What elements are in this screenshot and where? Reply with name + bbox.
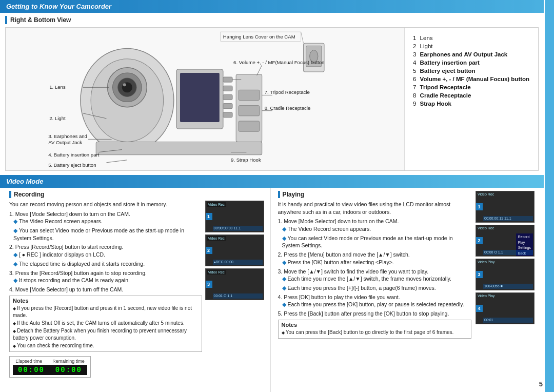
svg-rect-22 — [239, 106, 259, 116]
rec-screen-num-1: 1 — [205, 213, 212, 220]
svg-text:4. Battery insertion part: 4. Battery insertion part — [48, 152, 100, 158]
svg-text:5. Battery eject button: 5. Battery eject button — [48, 162, 96, 168]
play-screen-1: 1 Video Rec 00:00:00:11 11.1 — [476, 191, 535, 223]
play-step-1-sub-2: ◆You can select Video mode or Previous m… — [282, 234, 472, 249]
rec-screen-1: 1 Video Rec 00:00:00:00 11.1 — [205, 201, 264, 232]
part-4: 4 Battery insertion part — [413, 60, 530, 66]
play-screen-label-1: Video Rec — [478, 192, 494, 196]
recording-col-title: Recording — [9, 191, 266, 198]
svg-rect-24 — [96, 142, 262, 154]
play-screen-label-3: Video Play — [478, 260, 494, 264]
rec-step-3: 3. Press the [Record/Stop] button again … — [9, 269, 202, 284]
play-screen-2: 2 Video Rec RecordPlaySettingsBack 00:00… — [476, 225, 535, 257]
main-content: Getting to Know Your Camcorder Right & B… — [0, 0, 554, 392]
play-screen-label-2: Video Rec — [478, 226, 494, 230]
rec-step-1-sub-2: ◆You can select Video mode or Previous m… — [13, 227, 202, 242]
play-screen-num-4: 4 — [476, 305, 483, 312]
playing-col-title: Playing — [278, 191, 472, 198]
play-screen-3: 3 Video Play 100-0056 ■ — [476, 259, 535, 290]
recording-text: You can record moving person and objects… — [9, 201, 202, 378]
playing-text: Playing It is handy and practical to vie… — [278, 191, 472, 389]
playing-screens: 1 Video Rec 00:00:00:11 11.1 2 Video Rec… — [476, 191, 535, 389]
part-1: 1 Lens — [413, 35, 530, 41]
svg-line-38 — [257, 65, 262, 75]
play-step-1-sub-1: ◆The Video Record screen appears. — [282, 225, 472, 233]
playing-notes-box: Notes You can press the [Back] button to… — [278, 320, 472, 339]
playing-title: Playing — [283, 191, 305, 198]
playing-steps: 1. Move [Mode Selector] down to turn on … — [278, 218, 472, 317]
svg-text:2. Light: 2. Light — [49, 115, 66, 121]
play-step-3: 3. Move the [▲/▼] switch to find the vid… — [278, 268, 472, 292]
play-step-2-sub-1: ◆Press the [OK] button after selecting <… — [282, 259, 472, 266]
elapsed-box: Elapsed time Remaining time 00:00 00:00 — [9, 356, 91, 378]
recording-steps: 1. Move [Mode Selector] down to turn on … — [9, 210, 202, 293]
playing-intro: It is handy and practical to view video … — [278, 201, 472, 215]
svg-rect-16 — [223, 86, 232, 91]
rec-screen-3: 3 Video Rec 00:01 O 1.1 — [205, 268, 264, 300]
rec-screen-label-1: Video Rec — [207, 202, 226, 207]
svg-text:8. Cradle Receptacle: 8. Cradle Receptacle — [265, 105, 311, 111]
svg-point-12 — [123, 83, 126, 86]
play-step-2: 2. Press the [Menu] button and move the … — [278, 251, 472, 266]
play-screen-num-3: 3 — [476, 271, 483, 278]
rec-screen-2: 2 Video Rec ●REC 00:00 — [205, 234, 264, 266]
playing-title-bar — [278, 191, 280, 198]
bottom-section: Recording You can record moving person a… — [0, 188, 544, 392]
section-bar — [5, 16, 7, 24]
right-sidebar — [545, 0, 554, 392]
elapsed-time-display: 00:00 00:00 — [13, 365, 87, 375]
rec-note-2: If the Auto Shut Off is set, the CAM tur… — [13, 320, 199, 327]
svg-text:6. Volume +, - / MF(Manual Foc: 6. Volume +, - / MF(Manual Focus) button — [233, 60, 324, 65]
svg-rect-15 — [223, 77, 232, 82]
rec-step-2: 2. Press [Record/Stop] button to start r… — [9, 243, 202, 267]
remaining-label: Remaining time — [52, 359, 85, 364]
svg-rect-19 — [223, 112, 232, 117]
parts-list-items: 1 Lens 2 Light 3 Earphones and AV Output… — [413, 35, 530, 107]
top-section-content: Hanging Lens Cover on the CAM — [5, 27, 539, 171]
camcorder-svg: Hanging Lens Cover on the CAM — [6, 28, 404, 170]
elapsed-header: Elapsed time Remaining time — [15, 359, 85, 364]
rec-screen-num-3: 3 — [205, 281, 212, 288]
section-title-rbv: Right & Bottom View — [10, 16, 71, 24]
page-number: 5 — [539, 380, 543, 388]
rec-note-3: Detach the Battery Pack when you finish … — [13, 327, 199, 342]
svg-line-5 — [301, 32, 304, 43]
elapsed-label: Elapsed time — [15, 359, 42, 364]
part-7: 7 Tripod Receptacle — [413, 84, 530, 90]
recording-screens: 1 Video Rec 00:00:00:00 11.1 2 Video Rec… — [205, 201, 264, 378]
recording-inner: You can record moving person and objects… — [9, 201, 266, 378]
svg-rect-17 — [223, 94, 232, 100]
recording-notes-box: Notes If you press the [Record] button a… — [9, 296, 202, 352]
part-5: 5 Battery eject button — [413, 68, 530, 74]
play-screen-num-2: 2 — [476, 237, 483, 244]
recording-title: Recording — [14, 191, 44, 198]
right-bottom-section: Right & Bottom View Hanging Lens Cover o… — [0, 13, 544, 173]
play-step-3-sub-1: ◆Each time you move the [▲/▼] switch, th… — [282, 275, 472, 283]
play-step-5: 5. Press the [Back] button after pressin… — [278, 310, 472, 318]
parts-list: 1 Lens 2 Light 3 Earphones and AV Output… — [405, 28, 538, 170]
video-mode-title: Video Mode — [6, 178, 43, 185]
play-screen-label-4: Video Play — [478, 294, 494, 298]
play-screen-4: 4 Video Play 00:01 — [476, 292, 535, 324]
part-8: 8 Cradle Receptacle — [413, 92, 530, 99]
playing-notes-title: Notes — [282, 322, 468, 328]
rec-step-1-sub-1: ◆The Video Record screen appears. — [13, 218, 202, 225]
part-9: 9 Strap Hook — [413, 101, 530, 107]
rec-step-3-sub-1: ◆It stops recording and the CAM is ready… — [13, 277, 202, 284]
recording-intro: You can record moving person and objects… — [9, 201, 202, 208]
rec-step-2-sub-1: ◆[ ● REC ] indicator displays on LCD. — [13, 251, 202, 259]
rec-screen-label-2: Video Rec — [207, 236, 226, 241]
svg-rect-18 — [223, 104, 232, 109]
svg-text:7. Tripod Receptacle: 7. Tripod Receptacle — [265, 89, 310, 95]
rec-screen-label-3: Video Rec — [207, 270, 226, 275]
part-3: 3 Earphones and AV Output Jack — [413, 51, 530, 57]
rec-note-1: If you press the [Record] button and pre… — [13, 305, 199, 319]
svg-rect-14 — [180, 73, 220, 122]
svg-line-34 — [106, 160, 127, 163]
svg-text:Hanging Lens Cover on the CAM: Hanging Lens Cover on the CAM — [223, 34, 295, 40]
rec-step-1: 1. Move [Mode Selector] down to turn on … — [9, 210, 202, 242]
svg-rect-21 — [239, 90, 259, 100]
svg-text:1. Lens: 1. Lens — [49, 84, 66, 90]
svg-text:9. Strap Hook: 9. Strap Hook — [231, 157, 261, 163]
play-note-1: You can press the [Back] button to go di… — [282, 329, 468, 336]
